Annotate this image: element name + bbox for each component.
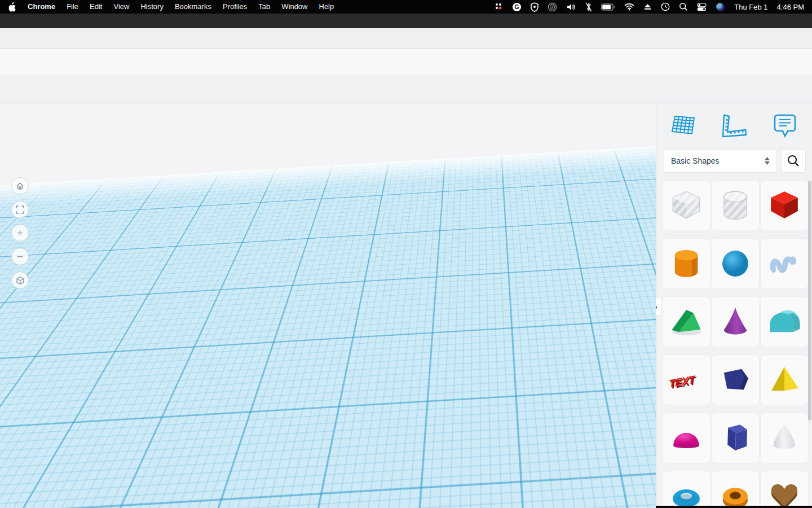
worm-segment[interactable] (400, 380, 430, 407)
shape-box-transparent[interactable] (663, 181, 710, 230)
shape-torus[interactable] (663, 471, 710, 508)
menu-item-profiles[interactable]: Profiles (217, 0, 253, 14)
zoom-out-button[interactable]: − (11, 248, 29, 265)
fit-view-button[interactable] (11, 201, 29, 218)
wifi-icon[interactable] (624, 3, 634, 11)
worm-segment[interactable] (515, 373, 541, 397)
shape-round-roof[interactable] (761, 297, 808, 347)
worm-segment[interactable] (242, 389, 275, 419)
menu-item-view[interactable]: View (108, 0, 135, 14)
shape-heart[interactable] (761, 471, 808, 508)
worm-segment[interactable] (307, 385, 338, 414)
grammarly-icon[interactable]: G (512, 2, 522, 12)
shape-paraboloid[interactable] (761, 413, 808, 463)
perspective-toggle-button[interactable] (11, 271, 29, 289)
search-icon (787, 155, 800, 167)
worm-object-selected[interactable] (27, 358, 591, 443)
shape-polygon[interactable] (712, 355, 759, 405)
apple-menu[interactable] (8, 2, 16, 12)
shape-cylinder[interactable] (663, 239, 710, 288)
menu-time[interactable]: 4:46 PM (777, 3, 804, 11)
macos-menu-bar: ChromeFileEditViewHistoryBookmarksProfil… (0, 0, 812, 14)
browser-toolbar: tinkercad.com/things/esJzeAI2qvr-powerfu… (0, 28, 812, 49)
shape-roof[interactable] (663, 297, 710, 347)
worm-segment[interactable] (430, 378, 458, 404)
menu-item-window[interactable]: Window (276, 0, 313, 14)
worm-segment[interactable] (209, 391, 241, 421)
shape-box[interactable] (761, 181, 808, 230)
worm-segment[interactable] (275, 387, 307, 416)
app-header: TINKERCAD worm33 (0, 49, 812, 76)
menu-item-edit[interactable]: Edit (84, 0, 108, 14)
menu-item-history[interactable]: History (135, 0, 169, 14)
menu-item-tab[interactable]: Tab (253, 0, 276, 14)
airplay-audio-icon[interactable] (548, 2, 557, 12)
apple-icon (8, 2, 16, 12)
shape-text[interactable]: TEXTTEXT (663, 355, 710, 405)
viewport-3d[interactable]: TOP LEFT + − Settings Snap Grid 0.1 mm ▲ (0, 103, 656, 508)
worm-segment[interactable] (370, 382, 400, 409)
panel-scrollbar[interactable] (808, 181, 811, 421)
window-title-bar (0, 14, 812, 28)
select-arrows-icon (765, 157, 770, 165)
menu-status-area: G Thu Feb 1 4:46 PM (494, 2, 812, 12)
siri-icon[interactable] (716, 2, 725, 12)
worm-segment[interactable] (140, 394, 174, 426)
control-center-icon[interactable] (697, 3, 707, 11)
search-shapes-button[interactable] (781, 149, 806, 173)
shape-tube[interactable] (712, 471, 759, 508)
volume-icon[interactable] (566, 3, 576, 11)
time-machine-icon[interactable] (661, 2, 670, 11)
battery-icon (601, 3, 615, 11)
shape-scribble[interactable] (761, 239, 808, 288)
home-view-button[interactable] (11, 177, 29, 195)
shape-hexagonal-prism[interactable] (712, 413, 759, 463)
spotlight-icon[interactable] (679, 2, 688, 11)
worm-segment[interactable] (104, 396, 139, 428)
workplane-tool-button[interactable] (668, 110, 699, 142)
worm-segment[interactable] (459, 376, 487, 401)
worm-segment[interactable] (542, 371, 568, 395)
menu-item-chrome[interactable]: Chrome (22, 0, 61, 14)
shield-icon[interactable] (531, 2, 539, 12)
worm-segment[interactable] (31, 400, 67, 433)
screen-bottom-strip (0, 506, 812, 508)
worm-segment[interactable] (487, 374, 514, 399)
app-status-icon[interactable] (494, 2, 503, 11)
shape-cone[interactable] (712, 297, 759, 347)
worm-segment[interactable] (68, 397, 104, 430)
eject-icon[interactable] (643, 3, 652, 11)
workplane-grid[interactable] (0, 103, 656, 209)
zoom-in-button[interactable]: + (11, 224, 29, 242)
menu-items: ChromeFileEditViewHistoryBookmarksProfil… (22, 0, 339, 14)
shape-category-select[interactable]: Basic Shapes (664, 149, 777, 173)
shape-pyramid[interactable] (761, 355, 808, 405)
worm-segment[interactable] (339, 383, 369, 411)
worm-segment[interactable] (174, 392, 208, 423)
bluetooth-off-icon[interactable] (585, 2, 592, 12)
menu-item-help[interactable]: Help (314, 0, 340, 14)
menu-date[interactable]: Thu Feb 1 (734, 3, 767, 11)
ruler-tool-button[interactable] (718, 110, 750, 142)
svg-text:G: G (515, 4, 519, 10)
shape-category-value: Basic Shapes (671, 156, 720, 165)
notes-tool-button[interactable] (769, 110, 801, 142)
menu-item-file[interactable]: File (61, 0, 84, 14)
shape-cylinder-transparent[interactable] (712, 181, 759, 230)
view-cube-left-label[interactable]: LEFT (29, 247, 45, 255)
menu-item-bookmarks[interactable]: Bookmarks (169, 0, 217, 14)
shape-sphere[interactable] (712, 239, 759, 288)
edit-toolbar: Import Export Send To (0, 76, 812, 103)
shapes-panel: Basic Shapes TEXTTEXT (656, 103, 812, 508)
shape-half-sphere[interactable] (663, 413, 710, 463)
